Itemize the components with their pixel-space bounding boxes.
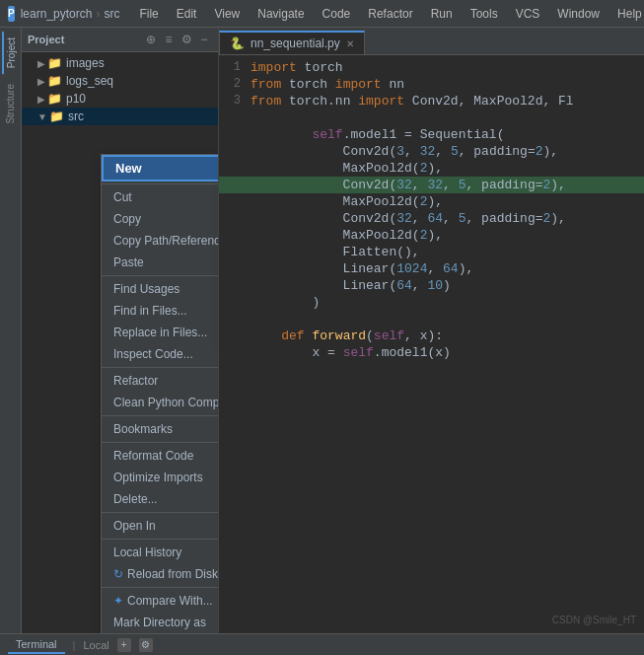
- code-line-conv1: Conv2d(3, 32, 5, padding=2),: [219, 143, 644, 160]
- project-collapse-icon[interactable]: ≡: [161, 32, 177, 47]
- menu-run[interactable]: Run: [423, 5, 461, 23]
- ctx-sep-7: [102, 539, 219, 540]
- project-add-icon[interactable]: ⊕: [143, 32, 159, 47]
- code-line-model: self.model1 = Sequential(: [219, 126, 644, 143]
- project-panel: Project ⊕ ≡ ⚙ − ▶ 📁 images ▶ 📁 logs_seq: [22, 28, 219, 633]
- ctx-cut[interactable]: Cut Ctrl+X: [102, 186, 219, 208]
- ctx-sep-6: [102, 512, 219, 513]
- ctx-replace-files[interactable]: Replace in Files... Ctrl+Shift+R: [102, 322, 219, 343]
- ctx-sep-1: [102, 183, 219, 184]
- ctx-copy-path[interactable]: Copy Path/Reference...: [102, 230, 219, 252]
- menu-refactor[interactable]: Refactor: [360, 5, 420, 23]
- context-menu: New ▶ Cut Ctrl+X Copy Ctrl+C Copy Path/R…: [101, 154, 219, 633]
- ctx-bookmarks[interactable]: Bookmarks ▶: [102, 418, 219, 440]
- titlebar: P learn_pytorch › src File Edit View Nav…: [0, 0, 644, 28]
- watermark: CSDN @Smile_HT: [552, 615, 636, 625]
- menu-help[interactable]: Help: [609, 5, 644, 23]
- ctx-local-history[interactable]: Local History ▶: [102, 542, 219, 563]
- tree-item-images-label: images: [66, 56, 105, 70]
- tree-item-logs-label: logs_seq: [66, 74, 113, 88]
- code-line-3: 3 from torch.nn import Conv2d, MaxPool2d…: [219, 93, 644, 109]
- terminal-add-btn[interactable]: +: [117, 638, 131, 652]
- ctx-mark-dir[interactable]: Mark Directory as ▶: [102, 612, 219, 633]
- ctx-refactor[interactable]: Refactor ▶: [102, 370, 219, 392]
- project-settings-icon[interactable]: ⚙: [179, 32, 194, 47]
- menu-edit[interactable]: Edit: [169, 5, 205, 23]
- ctx-open-in[interactable]: Open In ▶: [102, 515, 219, 537]
- menu-navigate[interactable]: Navigate: [250, 5, 312, 23]
- project-tree: ▶ 📁 images ▶ 📁 logs_seq ▶ 📁 p10 ▼ 📁 src: [22, 52, 218, 127]
- menu-tools[interactable]: Tools: [463, 5, 506, 23]
- code-line-linear1: Linear(1024, 64),: [219, 260, 644, 277]
- terminal-tab[interactable]: Terminal: [8, 636, 65, 654]
- ctx-inspect[interactable]: Inspect Code...: [102, 343, 219, 365]
- sidebar-item-project[interactable]: Project: [2, 32, 19, 74]
- side-label-bar: Project Structure: [0, 28, 22, 633]
- terminal-bar: Terminal | Local + ⚙: [0, 633, 644, 655]
- tab-close-icon[interactable]: ✕: [346, 38, 354, 49]
- tree-item-images[interactable]: ▶ 📁 images: [22, 54, 218, 72]
- tab-name: nn_sequential.py: [250, 36, 340, 50]
- ctx-sep-2: [102, 275, 219, 276]
- menu-vcs[interactable]: VCS: [508, 5, 548, 23]
- tree-item-src[interactable]: ▼ 📁 src: [22, 108, 218, 125]
- code-line-maxpool1: MaxPool2d(2),: [219, 160, 644, 177]
- tab-icon: 🐍: [230, 36, 245, 50]
- ctx-find-usages[interactable]: Find Usages Alt+F7: [102, 278, 219, 300]
- ctx-reformat[interactable]: Reformat Code Ctrl+Alt+L: [102, 445, 219, 467]
- project-close-icon[interactable]: −: [196, 32, 212, 47]
- sidebar-item-structure[interactable]: Structure: [3, 78, 18, 130]
- code-line-2: 2 from torch import nn: [219, 76, 644, 93]
- ctx-sep-8: [102, 587, 219, 588]
- code-line-flatten: Flatten(),: [219, 244, 644, 260]
- menu-window[interactable]: Window: [549, 5, 608, 23]
- code-line-forward-body: x = self.model1(x): [219, 344, 644, 361]
- project-panel-header: Project ⊕ ≡ ⚙ −: [22, 28, 218, 52]
- ctx-clean[interactable]: Clean Python Compiled Files: [102, 392, 219, 413]
- code-line-1: 1 import torch: [219, 59, 644, 76]
- ctx-paste[interactable]: Paste Ctrl+V: [102, 252, 219, 273]
- code-line-maxpool3: MaxPool2d(2),: [219, 227, 644, 244]
- code-line-blank2: [219, 311, 644, 328]
- ctx-delete[interactable]: Delete... Delete: [102, 488, 219, 510]
- ctx-sep-5: [102, 442, 219, 443]
- main-layout: Project Structure Project ⊕ ≡ ⚙ − ▶ 📁 im…: [0, 28, 644, 633]
- ctx-reload[interactable]: ↻ Reload from Disk: [102, 563, 219, 585]
- menu-code[interactable]: Code: [315, 5, 359, 23]
- code-line-forward: def forward(self, x):: [219, 328, 644, 344]
- editor-area: 🐍 nn_sequential.py ✕ 1 import torch 2 fr…: [219, 28, 644, 633]
- menu-bar: File Edit View Navigate Code Refactor Ru…: [131, 5, 644, 23]
- terminal-settings-btn[interactable]: ⚙: [139, 638, 153, 652]
- ctx-compare[interactable]: ✦ Compare With... Ctrl+D: [102, 590, 219, 612]
- ctx-sep-3: [102, 367, 219, 368]
- src-label: src: [104, 7, 119, 21]
- tab-bar: 🐍 nn_sequential.py ✕: [219, 28, 644, 55]
- editor-content[interactable]: 1 import torch 2 from torch import nn 3 …: [219, 55, 644, 633]
- code-line-blank: [219, 109, 644, 126]
- tree-item-p10-label: p10: [66, 92, 86, 106]
- menu-file[interactable]: File: [131, 5, 166, 23]
- editor-tab[interactable]: 🐍 nn_sequential.py ✕: [219, 31, 365, 54]
- tree-item-logs-seq[interactable]: ▶ 📁 logs_seq: [22, 72, 218, 90]
- code-line-maxpool2: MaxPool2d(2),: [219, 193, 644, 210]
- tree-item-src-label: src: [68, 109, 84, 123]
- code-line-close: ): [219, 294, 644, 311]
- code-line-linear2: Linear(64, 10): [219, 277, 644, 294]
- app-icon: P: [8, 6, 15, 22]
- tree-item-p10[interactable]: ▶ 📁 p10: [22, 90, 218, 108]
- code-line-conv3: Conv2d(32, 64, 5, padding=2),: [219, 210, 644, 227]
- code-line-conv2: Conv2d(32, 32, 5, padding=2),: [219, 177, 644, 193]
- ctx-find-files[interactable]: Find in Files... Ctrl+Shift+F: [102, 300, 219, 322]
- ctx-sep-4: [102, 415, 219, 416]
- ctx-copy[interactable]: Copy Ctrl+C: [102, 208, 219, 230]
- project-label: Project: [28, 34, 64, 45]
- context-menu-new[interactable]: New ▶: [102, 155, 219, 182]
- terminal-local: Local: [83, 639, 108, 651]
- project-name: learn_pytorch: [21, 7, 93, 21]
- menu-view[interactable]: View: [206, 5, 248, 23]
- ctx-optimize[interactable]: Optimize Imports Ctrl+Alt+O: [102, 467, 219, 488]
